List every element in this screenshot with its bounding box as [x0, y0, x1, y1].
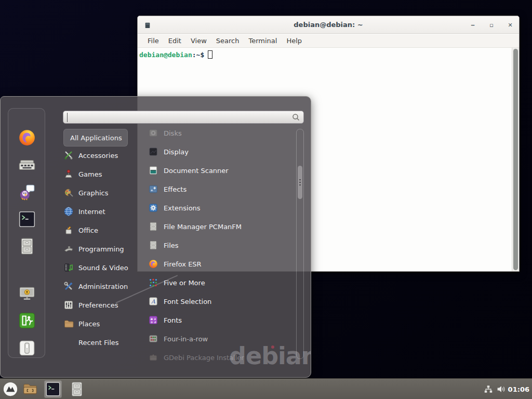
graphics-icon [63, 188, 74, 198]
category-graphics[interactable]: Graphics [63, 184, 144, 202]
svg-text:A: A [151, 298, 156, 305]
file-cabinet-icon [149, 222, 158, 231]
places-folder-icon [63, 318, 74, 329]
office-icon [63, 225, 74, 235]
category-office[interactable]: Office [63, 221, 144, 239]
app-font-selection[interactable]: A Font Selection [149, 292, 290, 311]
category-programming[interactable]: Programming [63, 240, 144, 258]
category-sound-video[interactable]: Sound & Video [63, 259, 144, 276]
app-files[interactable]: Files [149, 236, 290, 255]
file-cabinet-task-button[interactable] [68, 380, 86, 398]
prompt-separator: : [192, 51, 196, 59]
svg-text:a: a [151, 320, 153, 324]
category-preferences[interactable]: Preferences [63, 296, 144, 314]
internet-globe-icon [63, 206, 74, 217]
sound-video-icon [63, 262, 74, 273]
menu-file[interactable]: File [143, 35, 164, 46]
taskbar: 01:06 [0, 378, 532, 399]
programming-icon [63, 244, 74, 254]
menu-view[interactable]: View [186, 35, 211, 46]
svg-text:a: a [154, 320, 156, 324]
network-icon[interactable] [484, 384, 493, 394]
app-gdebi-package-installer[interactable]: GDebi Package Installer [149, 348, 290, 367]
search-icon [292, 113, 300, 122]
terminal-menubar: File Edit View Search Terminal Help [138, 34, 519, 48]
menu-terminal[interactable]: Terminal [244, 35, 282, 46]
prompt-symbol: $ [200, 51, 204, 59]
font-selection-icon: A [149, 297, 158, 306]
effects-icon [149, 184, 158, 194]
prompt-user-host: debian@debian [139, 51, 192, 59]
favorite-pidgin-button[interactable] [18, 183, 36, 201]
four-in-a-row-icon [149, 334, 158, 343]
favorite-keyboard-button[interactable] [18, 156, 36, 174]
menu-scrollbar-thumb[interactable] [298, 166, 302, 199]
lock-screen-button[interactable] [18, 285, 36, 302]
terminal-cursor [208, 50, 212, 59]
terminal-scrollbar-thumb[interactable] [513, 49, 518, 270]
category-all-applications[interactable]: All Applications [63, 129, 128, 147]
maximize-button[interactable]: ▫ [488, 22, 495, 29]
start-menu-button[interactable] [2, 380, 19, 398]
app-five-or-more[interactable]: Five or More [149, 273, 290, 292]
category-places[interactable]: Places [63, 315, 144, 332]
app-four-in-a-row[interactable]: Four-in-a-row [149, 329, 290, 348]
gdebi-package-icon [149, 353, 158, 362]
firefox-icon [149, 259, 158, 269]
document-scanner-icon [149, 166, 158, 175]
category-internet[interactable]: Internet [63, 203, 144, 220]
app-effects[interactable]: Effects [149, 180, 290, 198]
scrollbar-grip [299, 179, 301, 185]
taskbar-clock[interactable]: 01:06 [508, 379, 529, 399]
close-button[interactable]: ✕ [507, 22, 514, 29]
search-input[interactable] [67, 113, 285, 122]
folder-launcher-button[interactable] [21, 380, 39, 398]
menu-edit[interactable]: Edit [164, 35, 186, 46]
menu-search[interactable]: Search [211, 35, 244, 46]
category-games[interactable]: Games [63, 165, 144, 183]
category-administration[interactable]: Administration [63, 277, 144, 295]
disks-icon [149, 128, 158, 138]
app-disks[interactable]: Disks [149, 124, 290, 142]
accessories-icon [63, 150, 74, 161]
extensions-gear-icon [149, 203, 158, 212]
file-cabinet-icon [149, 241, 158, 250]
favorite-terminal-button[interactable] [18, 210, 36, 228]
app-firefox-esr[interactable]: Firefox ESR [149, 255, 290, 273]
app-document-scanner[interactable]: Document Scanner [149, 161, 290, 180]
volume-icon[interactable] [497, 384, 506, 394]
menu-help[interactable]: Help [282, 35, 307, 46]
shutdown-button[interactable] [18, 339, 36, 357]
favorites-panel [8, 108, 45, 358]
games-icon [63, 169, 74, 179]
favorite-file-manager-button[interactable] [18, 237, 36, 255]
terminal-titlebar-icon [144, 21, 151, 29]
terminal-titlebar[interactable]: debian@debian: ~ ‒ ▫ ✕ [138, 16, 519, 34]
logout-button[interactable] [18, 312, 36, 329]
menu-scrollbar[interactable] [296, 129, 304, 359]
minimize-button[interactable]: ‒ [469, 22, 476, 29]
terminal-task-button[interactable] [44, 380, 62, 398]
app-display[interactable]: Display [149, 142, 290, 161]
app-fonts[interactable]: aaaa Fonts [149, 311, 290, 329]
terminal-title: debian@debian: ~ [138, 21, 519, 29]
app-extensions[interactable]: Extensions [149, 198, 290, 217]
terminal-scrollbar[interactable] [512, 48, 519, 271]
category-recent-files[interactable]: Recent Files [63, 334, 144, 351]
administration-tools-icon [63, 281, 74, 291]
favorite-firefox-button[interactable] [18, 129, 36, 147]
fonts-icon: aaaa [149, 315, 158, 325]
menu-search-box [63, 111, 304, 124]
preferences-icon [63, 300, 74, 310]
application-menu: debian [0, 96, 311, 378]
display-icon [149, 147, 158, 156]
category-accessories[interactable]: Accessories [63, 147, 144, 164]
app-file-manager-pcmanfm[interactable]: File Manager PCManFM [149, 217, 290, 236]
five-or-more-icon [149, 278, 158, 287]
